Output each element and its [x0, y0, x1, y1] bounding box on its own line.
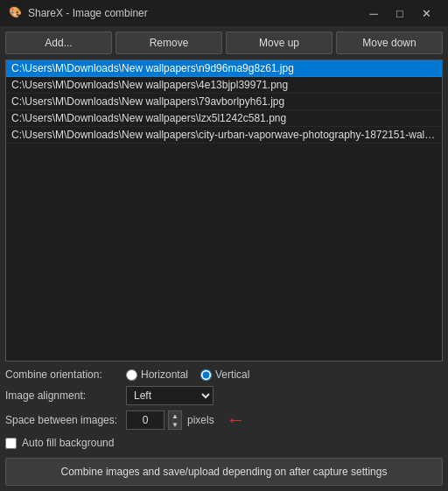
orientation-label: Combine orientation: — [5, 368, 119, 381]
orientation-radio-group: Horizontal Vertical — [126, 368, 249, 381]
close-button[interactable]: ✕ — [413, 4, 439, 22]
orientation-row: Combine orientation: Horizontal Vertical — [5, 368, 443, 381]
spinner-arrows: ▲ ▼ — [168, 410, 182, 430]
spin-up-button[interactable]: ▲ — [169, 411, 181, 420]
title-bar: 🎨 ShareX - Image combiner ─ □ ✕ — [0, 0, 448, 26]
list-item[interactable]: C:\Users\M\Downloads\New wallpapers\lzx5… — [6, 110, 442, 127]
window-title: ShareX - Image combiner — [28, 7, 360, 19]
spin-down-button[interactable]: ▼ — [169, 420, 181, 429]
move-up-button[interactable]: Move up — [226, 32, 332, 54]
space-input[interactable] — [126, 410, 164, 430]
red-arrow-icon: ← — [227, 410, 246, 430]
app-icon: 🎨 — [9, 6, 23, 20]
toolbar: Add... Remove Move up Move down — [5, 32, 443, 54]
autofill-row: Auto fill background — [5, 437, 443, 449]
maximize-button[interactable]: □ — [387, 4, 413, 22]
horizontal-radio-label[interactable]: Horizontal — [126, 368, 188, 381]
pixels-label: pixels — [187, 414, 214, 426]
space-row: Space between images: ▲ ▼ pixels ← — [5, 410, 443, 430]
list-item[interactable]: C:\Users\M\Downloads\New wallpapers\4e13… — [6, 77, 442, 94]
horizontal-radio-text: Horizontal — [141, 368, 188, 381]
combine-button[interactable]: Combine images and save/upload depending… — [5, 458, 443, 486]
autofill-checkbox[interactable] — [5, 438, 17, 449]
space-spinner: ▲ ▼ pixels ← — [126, 410, 246, 430]
vertical-radio[interactable] — [200, 369, 212, 381]
list-item[interactable]: C:\Users\M\Downloads\New wallpapers\city… — [6, 127, 442, 144]
list-item[interactable]: C:\Users\M\Downloads\New wallpapers\79av… — [6, 94, 442, 110]
alignment-select[interactable]: Left Center Right — [126, 386, 214, 405]
move-down-button[interactable]: Move down — [336, 32, 443, 54]
remove-button[interactable]: Remove — [116, 32, 222, 54]
list-item[interactable]: C:\Users\M\Downloads\New wallpapers\n9d9… — [6, 60, 442, 77]
main-content: Add... Remove Move up Move down C:\Users… — [0, 26, 448, 491]
vertical-radio-label[interactable]: Vertical — [200, 368, 249, 381]
alignment-row: Image alignment: Left Center Right — [5, 386, 443, 405]
file-list[interactable]: C:\Users\M\Downloads\New wallpapers\n9d9… — [5, 60, 443, 361]
vertical-radio-text: Vertical — [215, 368, 249, 381]
autofill-label[interactable]: Auto fill background — [22, 437, 114, 449]
alignment-dropdown-wrap: Left Center Right — [126, 386, 214, 405]
space-label: Space between images: — [5, 414, 119, 426]
alignment-label: Image alignment: — [5, 389, 119, 402]
add-button[interactable]: Add... — [5, 32, 112, 54]
options-section: Combine orientation: Horizontal Vertical… — [5, 368, 443, 449]
minimize-button[interactable]: ─ — [360, 4, 387, 22]
horizontal-radio[interactable] — [126, 369, 137, 381]
window-controls: ─ □ ✕ — [360, 4, 439, 22]
